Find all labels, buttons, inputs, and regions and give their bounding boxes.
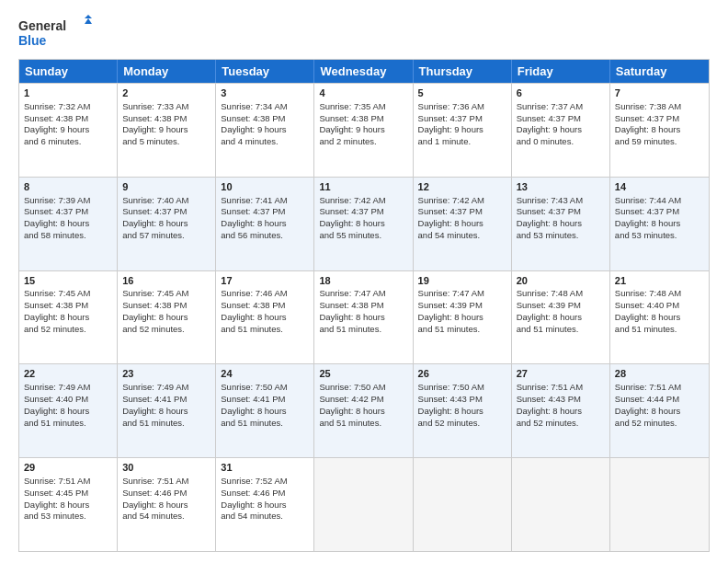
calendar-cell: 11Sunrise: 7:42 AMSunset: 4:37 PMDayligh…: [314, 178, 413, 270]
day-number: 29: [24, 461, 112, 475]
day-info-line: Daylight: 8 hours: [221, 312, 309, 324]
calendar: SundayMondayTuesdayWednesdayThursdayFrid…: [18, 59, 710, 552]
day-info-line: and 51 minutes.: [418, 324, 506, 336]
day-number: 5: [418, 86, 506, 100]
calendar-cell: 28Sunrise: 7:51 AMSunset: 4:44 PMDayligh…: [610, 364, 709, 457]
day-info-line: Sunset: 4:44 PM: [615, 394, 704, 406]
day-info-line: Sunset: 4:37 PM: [418, 206, 506, 218]
day-info-line: and 51 minutes.: [319, 418, 407, 430]
day-info-line: Sunset: 4:37 PM: [517, 113, 605, 125]
day-info-line: Sunrise: 7:42 AM: [418, 195, 506, 207]
calendar-cell: 30Sunrise: 7:51 AMSunset: 4:46 PMDayligh…: [118, 458, 216, 551]
header-day-saturday: Saturday: [610, 60, 709, 83]
day-info-line: Sunset: 4:41 PM: [221, 394, 309, 406]
day-info-line: and 51 minutes.: [615, 324, 704, 336]
day-info-line: Daylight: 8 hours: [418, 406, 506, 418]
day-info-line: Sunset: 4:38 PM: [319, 300, 407, 312]
day-number: 21: [615, 274, 704, 288]
header-day-thursday: Thursday: [414, 60, 512, 83]
day-number: 18: [319, 274, 407, 288]
day-info-line: and 0 minutes.: [517, 136, 605, 148]
day-info-line: Daylight: 9 hours: [319, 124, 407, 136]
calendar-cell: 22Sunrise: 7:49 AMSunset: 4:40 PMDayligh…: [19, 364, 118, 457]
day-number: 1: [24, 86, 112, 100]
day-info-line: Daylight: 8 hours: [517, 312, 605, 324]
calendar-cell: 18Sunrise: 7:47 AMSunset: 4:38 PMDayligh…: [314, 271, 413, 364]
day-number: 8: [24, 180, 112, 194]
day-info-line: Daylight: 8 hours: [122, 312, 210, 324]
day-info-line: and 53 minutes.: [517, 230, 605, 242]
day-info-line: Sunrise: 7:51 AM: [517, 382, 605, 394]
day-info-line: Sunrise: 7:43 AM: [517, 195, 605, 207]
day-info-line: Daylight: 9 hours: [122, 124, 210, 136]
day-info-line: Sunset: 4:46 PM: [221, 488, 309, 500]
day-info-line: Sunset: 4:37 PM: [615, 113, 704, 125]
day-info-line: Sunset: 4:38 PM: [24, 113, 112, 125]
day-number: 15: [24, 274, 112, 288]
day-info-line: Sunrise: 7:38 AM: [615, 101, 704, 113]
day-info-line: Daylight: 8 hours: [615, 406, 704, 418]
day-info-line: Sunrise: 7:50 AM: [418, 382, 506, 394]
header-day-wednesday: Wednesday: [314, 60, 413, 83]
day-info-line: Sunrise: 7:45 AM: [24, 288, 112, 300]
day-info-line: Daylight: 8 hours: [615, 218, 704, 230]
day-info-line: Sunrise: 7:52 AM: [221, 476, 309, 488]
day-number: 4: [319, 86, 407, 100]
day-number: 2: [122, 86, 210, 100]
day-info-line: Sunset: 4:38 PM: [122, 113, 210, 125]
day-info-line: and 58 minutes.: [24, 230, 112, 242]
calendar-cell: 15Sunrise: 7:45 AMSunset: 4:38 PMDayligh…: [19, 271, 118, 364]
day-info-line: Sunrise: 7:50 AM: [221, 382, 309, 394]
day-info-line: Sunset: 4:43 PM: [517, 394, 605, 406]
calendar-cell: 10Sunrise: 7:41 AMSunset: 4:37 PMDayligh…: [216, 178, 314, 270]
calendar-row: 22Sunrise: 7:49 AMSunset: 4:40 PMDayligh…: [19, 363, 709, 457]
day-number: 10: [221, 180, 309, 194]
day-info-line: Sunset: 4:43 PM: [418, 394, 506, 406]
calendar-cell: 16Sunrise: 7:45 AMSunset: 4:38 PMDayligh…: [118, 271, 216, 364]
day-number: 3: [221, 86, 309, 100]
calendar-cell: 1Sunrise: 7:32 AMSunset: 4:38 PMDaylight…: [19, 84, 118, 177]
day-info-line: and 6 minutes.: [24, 136, 112, 148]
day-info-line: Sunrise: 7:48 AM: [615, 288, 704, 300]
day-info-line: Sunset: 4:38 PM: [221, 113, 309, 125]
day-info-line: and 51 minutes.: [319, 324, 407, 336]
calendar-cell: 13Sunrise: 7:43 AMSunset: 4:37 PMDayligh…: [512, 178, 610, 270]
day-info-line: Daylight: 8 hours: [122, 218, 210, 230]
day-number: 6: [517, 86, 605, 100]
calendar-cell: 6Sunrise: 7:37 AMSunset: 4:37 PMDaylight…: [512, 84, 610, 177]
day-info-line: Sunrise: 7:44 AM: [615, 195, 704, 207]
day-info-line: Sunrise: 7:41 AM: [221, 195, 309, 207]
logo: General Blue: [18, 15, 92, 52]
day-info-line: Sunset: 4:39 PM: [418, 300, 506, 312]
calendar-cell: 20Sunrise: 7:48 AMSunset: 4:39 PMDayligh…: [512, 271, 610, 364]
day-info-line: Daylight: 8 hours: [517, 406, 605, 418]
day-info-line: and 51 minutes.: [221, 324, 309, 336]
day-info-line: Daylight: 8 hours: [517, 218, 605, 230]
calendar-cell: 4Sunrise: 7:35 AMSunset: 4:38 PMDaylight…: [314, 84, 413, 177]
day-info-line: Daylight: 9 hours: [24, 124, 112, 136]
day-info-line: and 51 minutes.: [221, 418, 309, 430]
day-info-line: Daylight: 8 hours: [615, 312, 704, 324]
day-info-line: Sunrise: 7:39 AM: [24, 195, 112, 207]
day-info-line: Sunrise: 7:42 AM: [319, 195, 407, 207]
day-info-line: Sunset: 4:38 PM: [24, 300, 112, 312]
day-number: 31: [221, 461, 309, 475]
day-info-line: Sunset: 4:40 PM: [24, 394, 112, 406]
day-number: 23: [122, 367, 210, 381]
header-day-friday: Friday: [512, 60, 610, 83]
day-info-line: Daylight: 8 hours: [615, 124, 704, 136]
calendar-cell-empty: [414, 458, 512, 551]
day-info-line: and 2 minutes.: [319, 136, 407, 148]
day-info-line: Daylight: 8 hours: [319, 406, 407, 418]
day-info-line: Sunrise: 7:51 AM: [615, 382, 704, 394]
day-info-line: Sunset: 4:45 PM: [24, 488, 112, 500]
calendar-cell: 7Sunrise: 7:38 AMSunset: 4:37 PMDaylight…: [610, 84, 709, 177]
day-info-line: Sunrise: 7:51 AM: [122, 476, 210, 488]
calendar-cell: 14Sunrise: 7:44 AMSunset: 4:37 PMDayligh…: [610, 178, 709, 270]
day-info-line: and 54 minutes.: [221, 511, 309, 523]
day-info-line: Sunrise: 7:34 AM: [221, 101, 309, 113]
day-number: 22: [24, 367, 112, 381]
day-info-line: Sunset: 4:39 PM: [517, 300, 605, 312]
day-info-line: Sunset: 4:38 PM: [319, 113, 407, 125]
day-info-line: Sunset: 4:37 PM: [24, 206, 112, 218]
